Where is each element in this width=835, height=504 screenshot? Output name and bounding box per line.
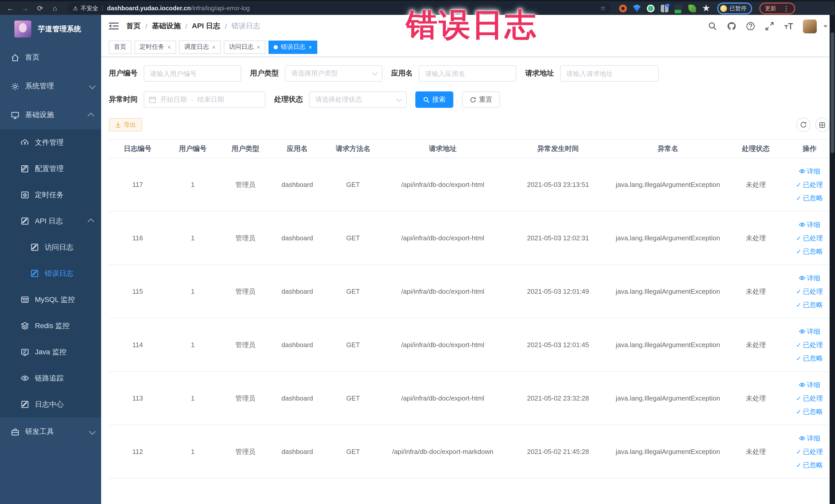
sidebar-item-error-log[interactable]: 错误日志 xyxy=(0,260,101,286)
mark-processed-link[interactable]: ✓已处理 xyxy=(796,234,823,243)
check-icon: ✓ xyxy=(796,248,801,255)
close-icon[interactable]: × xyxy=(212,44,216,50)
mark-ignored-link[interactable]: ✓已忽略 xyxy=(796,247,823,256)
extension-icon-orange[interactable] xyxy=(619,4,627,12)
extension-icon-grid[interactable] xyxy=(661,4,668,12)
mark-processed-link[interactable]: ✓已处理 xyxy=(796,180,823,189)
breadcrumb-api-log[interactable]: API 日志 xyxy=(192,22,220,31)
help-icon[interactable] xyxy=(746,22,755,31)
sidebar-item-config-mgmt[interactable]: 配置管理 xyxy=(0,156,101,182)
eye-icon xyxy=(799,221,806,228)
mark-ignored-link[interactable]: ✓已忽略 xyxy=(796,354,823,363)
breadcrumb-error-log: 错误日志 xyxy=(231,22,260,31)
eye-icon xyxy=(799,382,806,388)
check-icon: ✓ xyxy=(796,235,801,241)
sidebar-item-dev-tools[interactable]: 研发工具 xyxy=(0,418,101,446)
sidebar-item-mysql-monitor[interactable]: MySQL 监控 xyxy=(0,286,101,313)
fullscreen-icon[interactable] xyxy=(765,22,774,31)
table-refresh-button[interactable] xyxy=(796,118,810,132)
page-scrollbar[interactable] xyxy=(829,15,835,504)
sidebar-item-access-log[interactable]: 访问日志 xyxy=(0,234,101,260)
column-settings-button[interactable] xyxy=(815,118,829,132)
home-icon xyxy=(11,53,20,62)
tab-schedule-log[interactable]: 调度日志× xyxy=(179,40,221,54)
close-icon[interactable]: × xyxy=(308,44,312,50)
browser-back-button[interactable]: ← xyxy=(5,4,15,12)
app-logo[interactable]: 芋道管理系统 xyxy=(0,15,101,43)
security-warning-icon[interactable]: ⚠ xyxy=(73,5,78,12)
breadcrumb-infrastructure[interactable]: 基础设施 xyxy=(152,22,181,31)
browser-home-button[interactable]: ⌂ xyxy=(50,4,60,12)
check-icon: ✓ xyxy=(796,182,801,188)
detail-link[interactable]: 详细 xyxy=(799,380,820,389)
tab-access-log[interactable]: 访问日志× xyxy=(224,40,265,54)
extension-icon-proxy-on[interactable] xyxy=(675,4,682,12)
detail-link[interactable]: 详细 xyxy=(799,434,820,443)
mark-ignored-link[interactable]: ✓已忽略 xyxy=(796,460,823,469)
sidebar-item-log-center[interactable]: 日志中心 xyxy=(0,391,101,418)
sidebar-item-home[interactable]: 首页 xyxy=(0,43,101,72)
extension-icon-vue-devtools[interactable] xyxy=(647,4,655,12)
browser-forward-button[interactable]: → xyxy=(20,4,30,12)
detail-link[interactable]: 详细 xyxy=(799,167,820,176)
extensions-puzzle-icon[interactable] xyxy=(702,4,710,12)
tab-scheduled-task[interactable]: 定时任务× xyxy=(135,40,176,54)
mark-ignored-link[interactable]: ✓已忽略 xyxy=(796,193,823,203)
github-icon[interactable] xyxy=(727,22,736,31)
mark-processed-link[interactable]: ✓已处理 xyxy=(796,394,823,403)
extension-icon-leaf[interactable] xyxy=(688,4,696,12)
search-button[interactable]: 搜索 xyxy=(415,92,453,108)
close-icon[interactable]: × xyxy=(167,44,171,50)
detail-link[interactable]: 详细 xyxy=(799,327,820,336)
paused-badge[interactable]: 已暂停 xyxy=(717,2,752,14)
process-status-select[interactable]: 请选择处理状态 xyxy=(309,92,407,108)
sidebar-item-system-mgmt[interactable]: 系统管理 xyxy=(0,72,101,101)
export-button[interactable]: 导出 xyxy=(109,118,142,132)
browser-reload-button[interactable]: ⟳ xyxy=(35,4,45,12)
font-size-icon[interactable] xyxy=(784,22,793,31)
tab-home[interactable]: 首页 xyxy=(109,40,131,54)
sidebar-item-scheduled-task[interactable]: 定时任务 xyxy=(0,182,101,208)
mark-ignored-link[interactable]: ✓已忽略 xyxy=(796,407,823,416)
check-icon: ✓ xyxy=(796,342,801,348)
doc-edit-icon xyxy=(30,269,39,278)
reset-button[interactable]: 重置 xyxy=(462,92,500,108)
sidebar-item-api-log[interactable]: API 日志 xyxy=(0,208,101,234)
app-name-input[interactable] xyxy=(419,65,516,82)
sidebar-item-file-mgmt[interactable]: 文件管理 xyxy=(0,129,101,156)
mark-processed-link[interactable]: ✓已处理 xyxy=(796,287,823,296)
screen: ← → ⟳ ⌂ ⚠ 不安全 dashboard.yudao.iocoder.cn… xyxy=(0,0,835,504)
eye-icon xyxy=(799,168,806,175)
avatar-caret-down-icon[interactable] xyxy=(823,25,827,27)
browser-menu-kebab-icon[interactable]: ⋮ xyxy=(783,4,790,12)
close-icon[interactable]: × xyxy=(257,44,260,50)
scrollbar-thumb[interactable] xyxy=(830,32,834,153)
check-icon: ✓ xyxy=(796,302,801,308)
detail-link[interactable]: 详细 xyxy=(799,274,820,283)
mark-processed-link[interactable]: ✓已处理 xyxy=(796,340,823,349)
mark-ignored-link[interactable]: ✓已忽略 xyxy=(796,300,823,309)
breadcrumb-home[interactable]: 首页 xyxy=(126,22,141,31)
mark-processed-link[interactable]: ✓已处理 xyxy=(796,447,823,456)
eye-icon xyxy=(799,275,806,281)
exception-time-range-picker[interactable]: 开始日期 - 结束日期 xyxy=(144,92,265,108)
request-url-input[interactable] xyxy=(560,65,659,82)
tab-error-log[interactable]: 错误日志× xyxy=(268,40,317,54)
extension-icon-shield[interactable] xyxy=(633,4,641,12)
user-type-select[interactable]: 请选择用户类型 xyxy=(285,65,383,82)
sidebar-item-infrastructure[interactable]: 基础设施 xyxy=(0,101,101,129)
sidebar-item-redis-monitor[interactable]: Redis 监控 xyxy=(0,313,101,339)
sidebar-item-trace[interactable]: 链路追踪 xyxy=(0,365,101,391)
col-exception-time: 异常发生时间 xyxy=(502,139,614,158)
search-icon[interactable] xyxy=(708,22,717,31)
sidebar-fold-icon[interactable] xyxy=(109,22,119,31)
security-label[interactable]: 不安全 xyxy=(81,4,98,12)
detail-link[interactable]: 详细 xyxy=(799,220,820,229)
sidebar-item-java-monitor[interactable]: Java 监控 xyxy=(0,339,101,365)
calendar-icon xyxy=(149,96,156,103)
browser-update-button[interactable]: 更新 ⋮ xyxy=(759,2,795,14)
check-icon: ✓ xyxy=(796,395,801,401)
user-avatar[interactable] xyxy=(803,19,816,33)
bookmark-star-icon[interactable]: ☆ xyxy=(600,5,606,12)
user-id-input[interactable] xyxy=(144,65,241,82)
